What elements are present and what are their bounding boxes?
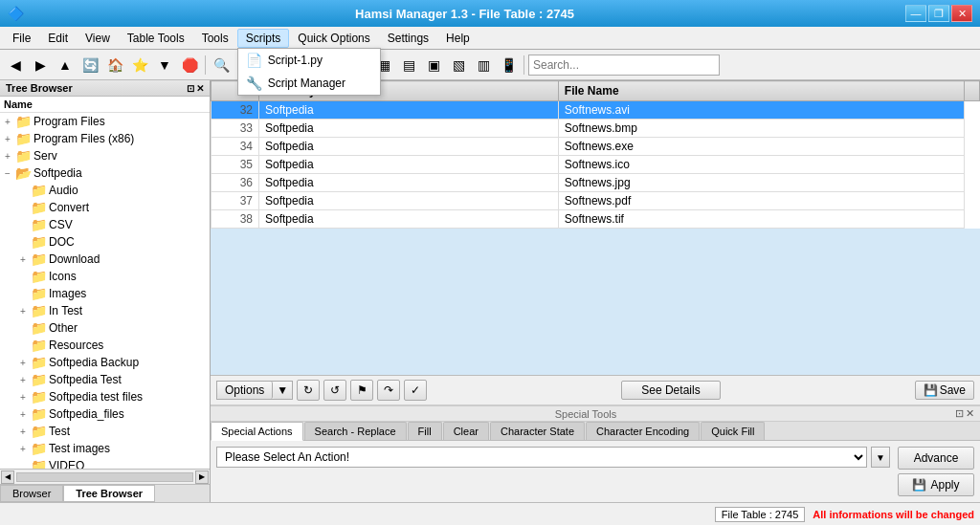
view5-button[interactable]: ▥ bbox=[472, 54, 495, 77]
tree-hscroll[interactable]: ◀ ▶ bbox=[0, 469, 210, 484]
view3-button[interactable]: ▣ bbox=[422, 54, 445, 77]
stop-button[interactable]: 🛑 bbox=[178, 54, 201, 77]
table-row[interactable]: 37SoftpediaSoftnews.pdf bbox=[212, 192, 980, 210]
refresh-action-button[interactable]: ↻ bbox=[297, 380, 320, 401]
see-details-button[interactable]: See Details bbox=[621, 381, 720, 400]
special-tools-resize-icon[interactable]: ⊡ bbox=[955, 407, 964, 420]
special-tools-close-icon[interactable]: ✕ bbox=[966, 407, 974, 420]
forward-button[interactable]: ▶ bbox=[29, 54, 52, 77]
tree-scroll[interactable]: + 📁 Program Files + 📁 Program Files (x86… bbox=[0, 113, 210, 469]
advance-button[interactable]: Advance bbox=[898, 447, 974, 470]
tree-close-icon[interactable]: ✕ bbox=[196, 83, 204, 94]
tree-item-softpedia[interactable]: − 📂 Softpedia bbox=[0, 164, 210, 182]
tree-item-convert[interactable]: 📁 Convert bbox=[15, 199, 210, 216]
tree-item-programfilesx86[interactable]: + 📁 Program Files (x86) bbox=[0, 130, 210, 147]
up-button[interactable]: ▲ bbox=[54, 54, 77, 77]
tree-item-doc[interactable]: 📁 DOC bbox=[15, 233, 210, 251]
check-action-button[interactable]: ✓ bbox=[404, 380, 427, 401]
view4-button[interactable]: ▧ bbox=[447, 54, 470, 77]
back-button[interactable]: ◀ bbox=[4, 54, 27, 77]
tree-item-softpediafiles[interactable]: + 📁 Softpedia_files bbox=[15, 405, 210, 423]
close-button[interactable]: ✕ bbox=[951, 5, 972, 22]
menu-tabletools[interactable]: Table Tools bbox=[119, 29, 193, 48]
dropdown-script1[interactable]: 📄 Script-1.py bbox=[238, 49, 380, 72]
dropdown-scriptmanager[interactable]: 🔧 Script Manager bbox=[238, 72, 380, 95]
options-dropdown-button[interactable]: ▼ bbox=[273, 382, 292, 399]
tree-item-icons[interactable]: 📁 Icons bbox=[15, 268, 210, 285]
tree-item-softpediabackup[interactable]: + 📁 Softpedia Backup bbox=[15, 354, 210, 371]
tab-special-actions[interactable]: Special Actions bbox=[211, 422, 303, 441]
tree-item-testimages[interactable]: + 📁 Test images bbox=[15, 440, 210, 457]
table-row[interactable]: 38SoftpediaSoftnews.tif bbox=[212, 210, 980, 229]
expand-softpedia[interactable]: − bbox=[0, 168, 15, 179]
expand-test[interactable]: + bbox=[15, 427, 31, 437]
tree-item-programfiles[interactable]: + 📁 Program Files bbox=[0, 113, 210, 130]
expand-softpediafiles[interactable]: + bbox=[15, 409, 31, 420]
tab-fill[interactable]: Fill bbox=[408, 422, 442, 440]
search-button[interactable]: 🔍 bbox=[210, 54, 233, 77]
action-select[interactable]: Please Select An Action! bbox=[216, 447, 867, 468]
menu-help[interactable]: Help bbox=[437, 29, 479, 48]
redo-action-button[interactable]: ↷ bbox=[377, 380, 400, 401]
table-row[interactable]: 34SoftpediaSoftnews.exe bbox=[212, 138, 980, 156]
menu-settings[interactable]: Settings bbox=[379, 29, 437, 48]
tree-item-test[interactable]: + 📁 Test bbox=[15, 423, 210, 440]
menu-view[interactable]: View bbox=[77, 29, 119, 48]
hscroll-thumb[interactable] bbox=[16, 472, 193, 482]
expand-softpediabackup[interactable]: + bbox=[15, 358, 31, 368]
flag-action-button[interactable]: ⚑ bbox=[350, 380, 373, 401]
tree-item-other[interactable]: 📁 Other bbox=[15, 319, 210, 337]
tree-item-resources[interactable]: 📁 Resources bbox=[15, 337, 210, 354]
expand-programfilesx86[interactable]: + bbox=[0, 134, 15, 144]
tree-item-images[interactable]: 📁 Images bbox=[15, 285, 210, 302]
tab-clear[interactable]: Clear bbox=[443, 422, 489, 440]
undo-action-button[interactable]: ↺ bbox=[323, 380, 346, 401]
tree-resize-icon[interactable]: ⊡ bbox=[187, 83, 194, 94]
search-input[interactable] bbox=[528, 55, 720, 76]
expand-download[interactable]: + bbox=[15, 254, 31, 265]
minimize-button[interactable]: — bbox=[905, 5, 926, 22]
tab-quick-fill[interactable]: Quick Fill bbox=[701, 422, 765, 440]
table-row[interactable]: 35SoftpediaSoftnews.ico bbox=[212, 156, 980, 174]
table-row[interactable]: 33SoftpediaSoftnews.bmp bbox=[212, 120, 980, 138]
apply-button[interactable]: 💾 Apply bbox=[898, 473, 974, 496]
menu-file[interactable]: File bbox=[4, 29, 39, 48]
select-arrow[interactable]: ▼ bbox=[871, 447, 890, 468]
tab-search-replace[interactable]: Search - Replace bbox=[304, 422, 407, 440]
refresh-button[interactable]: 🔄 bbox=[78, 54, 101, 77]
view2-button[interactable]: ▤ bbox=[397, 54, 420, 77]
tab-character-state[interactable]: Character State bbox=[490, 422, 585, 440]
tree-item-serv[interactable]: + 📁 Serv bbox=[0, 147, 210, 164]
table-row[interactable]: 36SoftpediaSoftnews.jpg bbox=[212, 174, 980, 192]
hscroll-left[interactable]: ◀ bbox=[1, 470, 14, 484]
restore-button[interactable]: ❐ bbox=[928, 5, 949, 22]
star-button[interactable]: ⭐ bbox=[128, 54, 151, 77]
expand-softpediatestfiles[interactable]: + bbox=[15, 392, 31, 403]
tree-item-download[interactable]: + 📁 Download bbox=[15, 251, 210, 268]
tree-item-video[interactable]: 📁 VIDEO bbox=[15, 457, 210, 469]
tree-item-csv[interactable]: 📁 CSV bbox=[15, 216, 210, 233]
tree-item-intest[interactable]: + 📁 In Test bbox=[15, 302, 210, 319]
options-button[interactable]: Options bbox=[217, 382, 273, 399]
tab-browser[interactable]: Browser bbox=[0, 485, 63, 502]
device-button[interactable]: 📱 bbox=[497, 54, 520, 77]
table-row[interactable]: 32SoftpediaSoftnews.avi bbox=[212, 101, 980, 120]
home-button[interactable]: 🏠 bbox=[103, 54, 126, 77]
star-dropdown-button[interactable]: ▼ bbox=[153, 54, 176, 77]
expand-intest[interactable]: + bbox=[15, 306, 31, 317]
expand-testimages[interactable]: + bbox=[15, 444, 31, 454]
menu-quickoptions[interactable]: Quick Options bbox=[289, 29, 378, 48]
menu-tools[interactable]: Tools bbox=[193, 29, 237, 48]
menu-scripts[interactable]: Scripts bbox=[237, 29, 290, 48]
menu-edit[interactable]: Edit bbox=[39, 29, 77, 48]
tree-item-softpediatest[interactable]: + 📁 Softpedia Test bbox=[15, 371, 210, 388]
tab-character-encoding[interactable]: Character Encoding bbox=[586, 422, 700, 440]
file-table[interactable]: Directory File Name 32SoftpediaSoftnews.… bbox=[211, 80, 980, 375]
expand-programfiles[interactable]: + bbox=[0, 117, 15, 127]
tab-treebrowser[interactable]: Tree Browser bbox=[63, 485, 155, 502]
expand-serv[interactable]: + bbox=[0, 151, 15, 162]
tree-item-audio[interactable]: 📁 Audio bbox=[15, 182, 210, 199]
tree-item-softpediatestfiles[interactable]: + 📁 Softpedia test files bbox=[15, 388, 210, 405]
save-button[interactable]: 💾 Save bbox=[915, 381, 974, 400]
expand-softpediatest[interactable]: + bbox=[15, 375, 31, 385]
